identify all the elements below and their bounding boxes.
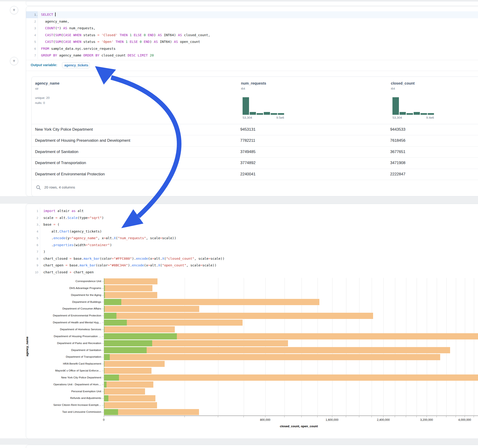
chart-plot-area [104, 278, 478, 416]
x-axis-tick [456, 416, 456, 417]
closed_count-bar [104, 374, 478, 381]
add-cell-button[interactable]: + [10, 6, 18, 14]
code-line[interactable]: 8chart_closed = base.mark_bar(color="#FF… [26, 255, 478, 262]
table-cell: New York City Police Department [35, 124, 93, 135]
code-line[interactable]: 9chart_open = base.mark_bar(color="#8BC3… [26, 262, 478, 269]
code-line[interactable]: 10chart_closed + chart_open [26, 269, 478, 276]
chart-y-axis-label: HRA Benefit Card Replacement [26, 361, 101, 367]
chart-bar-row[interactable] [104, 299, 478, 305]
chart-bar-row[interactable] [104, 305, 478, 312]
output-variable-chip[interactable]: agency_tickets [62, 62, 90, 68]
chart-bar-row[interactable] [104, 388, 478, 395]
table-cell: 9443533 [390, 124, 405, 135]
y-axis-tick [102, 330, 104, 330]
chart-bar-row[interactable] [104, 326, 478, 333]
code-line[interactable]: 1import altair as alt [26, 208, 478, 215]
code-line[interactable]: 5 .encode(y="agency_name", x=alt.X("num_… [26, 235, 478, 242]
chart-bar-row[interactable] [104, 312, 478, 319]
closed_count-bar [104, 285, 152, 291]
code-line[interactable]: 2 agency_name, [26, 18, 478, 25]
code-line[interactable]: 7) [26, 249, 478, 255]
previous-cell-bottom-edge [26, 1, 478, 6]
code-line[interactable]: 5 CAST(SUM(CASE WHEN status = 'Open' THE… [26, 38, 478, 45]
chart-bar-row[interactable] [104, 381, 478, 388]
line-number: 5 [26, 38, 38, 45]
chart-bar-row[interactable] [104, 402, 478, 409]
code-text: COUNT(*) AS num_requests, [38, 25, 95, 32]
table-cell: Department of Transportation [35, 157, 86, 168]
chart-x-axis-title: closed_count, open_count [104, 424, 478, 428]
open_count-bar [104, 368, 104, 374]
sql-code-editor[interactable]: 1⌄SELECT 2 agency_name,3 COUNT(*) AS num… [26, 11, 478, 59]
chart-bar-row[interactable] [104, 409, 478, 416]
chart-bar-row[interactable] [104, 278, 478, 285]
code-line[interactable]: 3 COUNT(*) AS num_requests, [26, 25, 478, 32]
histogram-min-label: 53,304 [392, 116, 402, 119]
table-header: agency_name str unique: 20 nulls: 0 num_… [31, 77, 478, 124]
table-row[interactable]: Department of Transportation377489234719… [31, 157, 478, 169]
code-line[interactable]: 4 CAST(SUM(CASE WHEN status = 'Closed' T… [26, 32, 478, 39]
histogram-bar [414, 112, 420, 115]
x-axis-tick [284, 416, 284, 417]
chart-bar-row[interactable] [104, 285, 478, 292]
chart-bar-row[interactable] [104, 340, 478, 347]
closed_count-bar [104, 368, 151, 374]
chart-y-axis-label: Department for the Aging [26, 292, 101, 299]
chart-bar-row[interactable] [104, 347, 478, 354]
code-line[interactable]: 7GROUP BY agency_name ORDER BY closed_co… [26, 52, 478, 59]
x-axis-tick [104, 416, 104, 417]
table-row[interactable]: Department of Environmental Protection22… [31, 169, 478, 180]
code-line[interactable]: 3⌄base = ( [26, 221, 478, 228]
x-axis-tick-label: 2,400,000 [377, 418, 390, 422]
table-row[interactable]: Department of Housing Preservation and D… [31, 135, 478, 146]
chart-bar-row[interactable] [104, 292, 478, 299]
python-code-editor[interactable]: 1import altair as alt2scale = alt.Scale(… [26, 208, 478, 276]
column-type: str [35, 87, 38, 90]
table-row[interactable]: New York City Police Department945313194… [31, 124, 478, 135]
closed_count-bar [104, 347, 450, 353]
code-line[interactable]: 6FROM sample_data.nyc.service_requests [26, 45, 478, 52]
y-axis-tick [102, 316, 104, 316]
chart-bar-row[interactable] [104, 367, 478, 374]
chart-y-axis-label: Department of Transportation [26, 354, 101, 361]
open_count-bar [104, 354, 110, 360]
open_count-bar [104, 326, 104, 333]
histogram-bar [271, 113, 277, 115]
search-icon[interactable] [36, 185, 41, 190]
chart-bar-row[interactable] [104, 395, 478, 402]
code-line[interactable]: 1⌄SELECT [26, 11, 478, 18]
page-gap-mid [0, 196, 478, 204]
add-cell-button[interactable]: + [10, 57, 18, 65]
open_count-bar [104, 299, 121, 305]
chart-bar-row[interactable] [104, 361, 478, 367]
fold-chevron-icon[interactable]: ⌄ [38, 222, 40, 229]
x-axis-tick [436, 416, 437, 417]
table-row[interactable]: Department of Sanitation37494853677651 [31, 146, 478, 158]
code-text: chart_closed + chart_open [40, 269, 94, 276]
chart-bar-row[interactable] [104, 319, 478, 326]
table-cell: 7618456 [390, 135, 405, 146]
x-axis-tick [427, 416, 427, 417]
table-row-count-summary: 20 rows, 4 columns [44, 185, 75, 189]
column-header-num-requests[interactable]: num_requests [241, 81, 266, 86]
fold-chevron-icon[interactable]: ⌄ [36, 12, 38, 19]
y-axis-tick [102, 309, 104, 309]
chart-y-axis-label: New York City Police Department [26, 374, 101, 381]
chart-bar-row[interactable] [104, 333, 478, 340]
column-header-agency-name[interactable]: agency_name [35, 81, 59, 86]
column-header-closed-count[interactable]: closed_count [391, 81, 415, 86]
y-axis-tick [102, 302, 104, 302]
open_count-bar [104, 409, 118, 415]
code-text: .properties(width="container") [40, 242, 112, 249]
table-cell: 3471908 [390, 157, 405, 168]
chart-y-axis-label: Department of Environmental Protection [26, 312, 101, 319]
code-line[interactable]: 4 alt.Chart(agency_tickets) [26, 228, 478, 235]
code-text: CAST(SUM(CASE WHEN status = 'Closed' THE… [38, 32, 210, 39]
histogram-max-label: 9.5e6 [276, 116, 284, 119]
code-line[interactable]: 6 .properties(width="container") [26, 242, 478, 249]
open_count-bar [104, 347, 147, 353]
code-line[interactable]: 2scale = alt.Scale(type="sqrt") [26, 215, 478, 221]
chart-bar-row[interactable] [104, 354, 478, 361]
chart-bar-row[interactable] [104, 374, 478, 381]
page-gap-bottom [0, 438, 478, 445]
